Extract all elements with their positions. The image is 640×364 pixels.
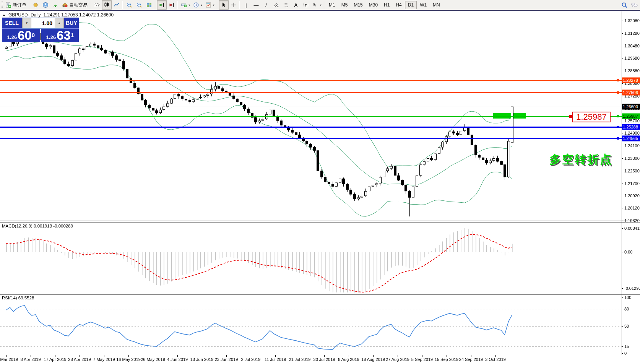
auto-scroll-button[interactable]	[157, 0, 167, 10]
trendline-button[interactable]: /	[261, 0, 271, 10]
horizontal-line-icon: —	[254, 3, 259, 8]
arrows-caret: ▾	[320, 3, 322, 7]
text-button[interactable]: A	[291, 0, 301, 10]
tf-button-d1[interactable]: D1	[405, 1, 417, 9]
chart-shift-button[interactable]	[167, 0, 177, 10]
autotrading-button[interactable]: 自动交易	[60, 0, 89, 10]
indicators-icon	[181, 2, 187, 8]
autotrading-icon	[62, 2, 68, 8]
chart-title: ▲ GBPUSD-,Daily 1.24291 1.27053 1.24072 …	[2, 12, 114, 18]
periods-caret: ▾	[201, 3, 202, 7]
tf-button-m1[interactable]: M1	[326, 1, 338, 9]
candlestick-chart-icon	[104, 2, 110, 8]
tf-button-m30[interactable]: M30	[366, 1, 381, 9]
fibonacci-button[interactable]: F	[281, 0, 291, 10]
new-order-button[interactable]: 新订单	[4, 0, 28, 10]
signals-button[interactable]	[50, 0, 60, 10]
zoom-in-icon	[126, 2, 132, 8]
cursor-icon	[221, 2, 227, 8]
channel-icon: E	[273, 2, 279, 8]
zoom-out-icon	[136, 2, 142, 8]
trendline-icon: /	[265, 3, 267, 8]
rsi-label: RSI(14) 69.5528	[2, 296, 34, 300]
auto-scroll-icon	[159, 2, 165, 8]
candlestick-chart-button[interactable]	[102, 0, 112, 10]
tf-button-h1[interactable]: H1	[381, 1, 393, 9]
templates-icon	[205, 2, 211, 8]
vertical-line-icon: |	[245, 3, 247, 8]
svg-text:T: T	[305, 3, 307, 7]
buy-button[interactable]: BUY	[64, 18, 79, 29]
bar-chart-button[interactable]	[92, 0, 102, 10]
tf-button-w1[interactable]: W1	[417, 1, 430, 9]
channel-button[interactable]: E	[271, 0, 281, 10]
buy-price-big: 63	[57, 30, 71, 41]
caret-up-icon: ▲	[58, 21, 61, 25]
sell-button[interactable]: SELL	[2, 18, 22, 29]
caret-down-icon: ▼	[25, 21, 28, 25]
rsi-value: 69.5528	[18, 296, 34, 300]
templates-button[interactable]: ▾	[204, 0, 216, 10]
volume-input[interactable]	[31, 18, 55, 28]
line-chart-button[interactable]	[112, 0, 122, 10]
search-icon	[621, 2, 628, 8]
search-button[interactable]	[619, 0, 629, 10]
tile-windows-button[interactable]	[144, 0, 154, 10]
market-button[interactable]	[31, 0, 41, 10]
line-chart-icon	[114, 2, 120, 8]
sell-price-panel[interactable]: 1.26600	[2, 29, 40, 42]
arrows-button[interactable]: ▾	[311, 0, 323, 10]
macd-label: MACD(12,26,9) 0.001913 -0.000289	[2, 224, 73, 228]
bar-chart-icon	[94, 2, 100, 8]
volume-decrease-button[interactable]: ▼	[22, 18, 31, 28]
chart-ohlc-values: 1.24291 1.27053 1.24072 1.26600	[44, 12, 114, 18]
volume-stepper: ▼ ▲	[22, 18, 64, 29]
timeframe-group: M1M5M15M30H1H4D1W1MN	[326, 0, 443, 10]
toolbar: 新订单 自动交易	[0, 0, 640, 11]
chart-shift-icon	[169, 2, 175, 8]
zoom-out-button[interactable]	[134, 0, 144, 10]
zoom-in-button[interactable]	[124, 0, 134, 10]
sell-price-small: 1.26	[7, 34, 17, 41]
arrows-icon	[312, 2, 318, 8]
community-button[interactable]	[41, 0, 50, 10]
horizontal-line-button[interactable]: —	[251, 0, 261, 10]
text-label-button[interactable]: T	[301, 0, 311, 10]
tf-button-m5[interactable]: M5	[338, 1, 351, 9]
indicators-button[interactable]: ▾	[179, 0, 192, 10]
toolbar-drag-handle[interactable]	[2, 2, 3, 8]
community-icon	[42, 2, 49, 8]
vertical-line-button[interactable]: |	[241, 0, 251, 10]
chat-icon	[631, 2, 638, 8]
sell-price-sup: 0	[32, 29, 35, 42]
buy-price-panel[interactable]: 1.26631	[41, 29, 79, 42]
tf-button-h4[interactable]: H4	[393, 1, 404, 9]
templates-caret: ▾	[213, 3, 214, 7]
chart-canvas[interactable]	[0, 0, 640, 364]
crosshair-button[interactable]	[229, 0, 239, 10]
text-label-icon: T	[303, 2, 309, 8]
one-click-trading-panel: SELL ▼ ▲ BUY 1.26600 1.26631	[2, 18, 79, 42]
new-order-icon	[5, 2, 11, 8]
new-order-label: 新订单	[13, 2, 26, 8]
collapse-arrow-icon[interactable]: ▲	[2, 13, 6, 17]
svg-text:F: F	[287, 6, 288, 8]
crosshair-icon	[231, 2, 237, 8]
macd-values: 0.001913 -0.000289	[34, 224, 73, 228]
periods-button[interactable]: ▾	[192, 0, 204, 10]
cursor-button[interactable]	[219, 0, 229, 10]
chart-symbol-period: GBPUSD-,Daily	[8, 12, 41, 18]
tf-button-mn[interactable]: MN	[430, 1, 443, 9]
signals-icon	[52, 2, 58, 8]
fibonacci-icon: F	[283, 2, 289, 8]
periods-icon	[193, 2, 199, 8]
text-icon: A	[294, 3, 297, 8]
buy-price-small: 1.26	[46, 34, 56, 41]
buy-price-sup: 1	[71, 29, 74, 42]
chat-button[interactable]	[629, 0, 639, 10]
market-icon	[32, 2, 39, 8]
volume-increase-button[interactable]: ▲	[55, 18, 64, 28]
callout-anchor-marker	[569, 115, 572, 118]
tf-button-m15[interactable]: M15	[351, 1, 365, 9]
price-callout-box[interactable]: 1.25987	[572, 112, 611, 122]
